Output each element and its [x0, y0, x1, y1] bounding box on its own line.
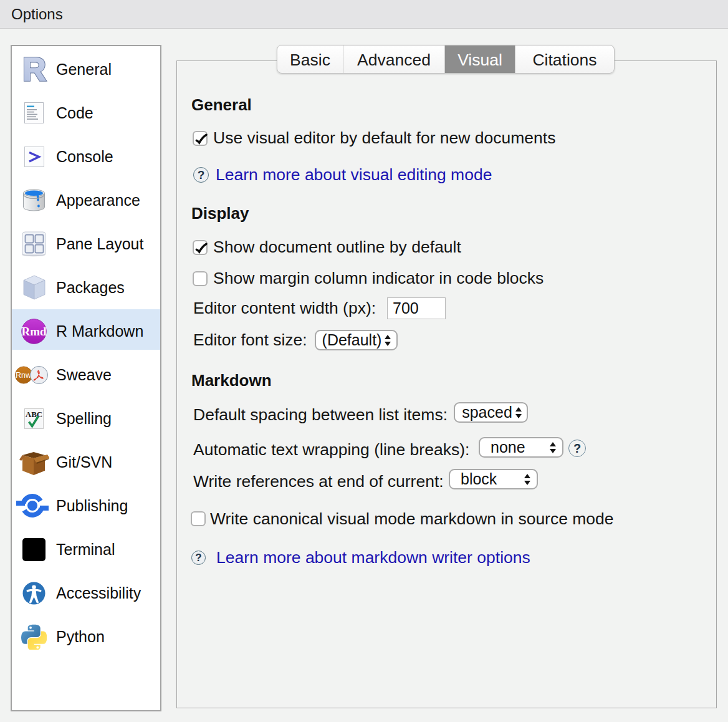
svg-text:Rnw: Rnw	[15, 371, 31, 380]
svg-text:ABC: ABC	[26, 409, 42, 418]
svg-text:R: R	[22, 51, 46, 87]
svg-text:Rmd: Rmd	[21, 325, 47, 338]
